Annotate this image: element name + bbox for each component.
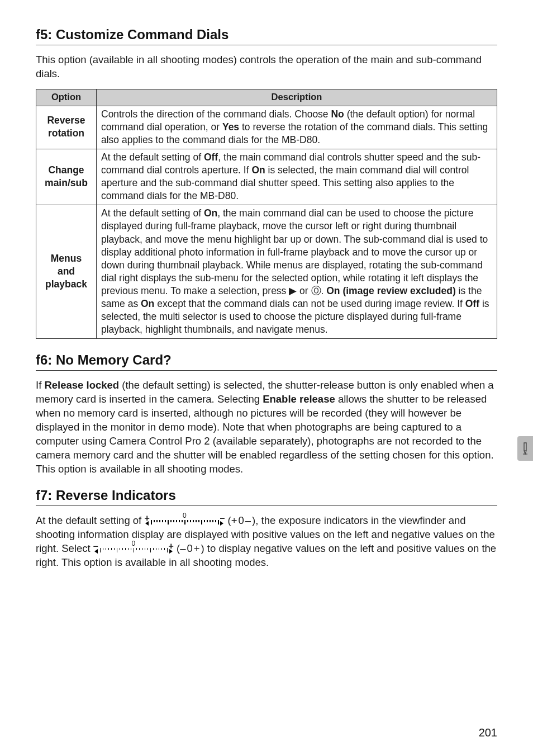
section-f7-body: At the default setting of + 0 – (+0–), t… — [36, 514, 497, 570]
description-cell: At the default setting of On, the main c… — [97, 205, 497, 339]
option-cell-menus-and-playback: Menus and playback — [36, 205, 97, 339]
table-row: Reverse rotation Controls the direction … — [36, 106, 497, 149]
options-table: Option Description Reverse rotation Cont… — [36, 89, 497, 339]
pencil-icon — [521, 442, 530, 455]
section-f5-intro: This option (available in all shooting m… — [36, 53, 497, 81]
table-head-description: Description — [97, 89, 497, 106]
table-row: Menus and playback At the default settin… — [36, 205, 497, 339]
title-divider — [36, 45, 497, 45]
page-number: 201 — [479, 726, 497, 739]
section-f6: f6: No Memory Card? If Release locked (t… — [36, 352, 497, 476]
exposure-order-label: +0– — [231, 514, 252, 526]
section-f6-title: f6: No Memory Card? — [36, 352, 497, 368]
title-divider — [36, 505, 497, 506]
section-f6-body: If Release locked (the default setting) … — [36, 379, 497, 476]
title-divider — [36, 370, 497, 371]
table-head-option: Option — [36, 89, 97, 106]
description-cell: Controls the direction of the command di… — [97, 106, 497, 149]
exposure-indicator-positive-left-icon: + 0 – — [145, 514, 223, 526]
option-cell-change-main-sub: Change main/sub — [36, 149, 97, 205]
section-f5-title: f5: Customize Command Dials — [36, 27, 497, 42]
section-f5: f5: Customize Command Dials This option … — [36, 27, 497, 339]
exposure-indicator-negative-left-icon: – 0 + — [94, 542, 173, 554]
side-tab — [517, 436, 533, 461]
section-f7-title: f7: Reverse Indicators — [36, 488, 497, 503]
description-cell: At the default setting of Off, the main … — [97, 149, 497, 205]
option-cell-reverse-rotation: Reverse rotation — [36, 106, 97, 149]
section-f7: f7: Reverse Indicators At the default se… — [36, 488, 497, 570]
exposure-order-label: –0+ — [180, 542, 201, 554]
table-row: Change main/sub At the default setting o… — [36, 149, 497, 205]
